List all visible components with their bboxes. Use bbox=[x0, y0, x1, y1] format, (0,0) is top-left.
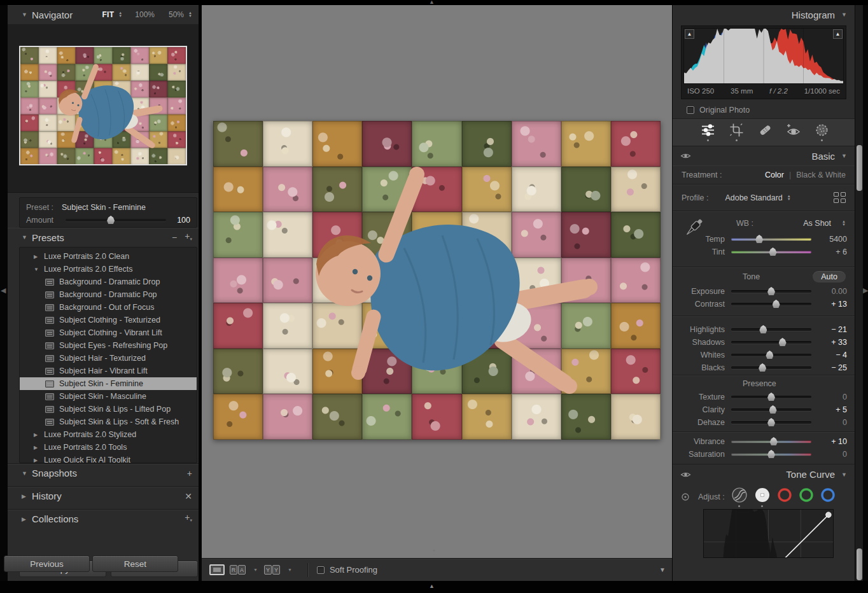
toolbar-content-caret-icon[interactable]: ▼ bbox=[659, 566, 666, 573]
show-bottom-panel-caret[interactable]: ▲ bbox=[429, 583, 435, 589]
green-channel-icon[interactable] bbox=[799, 487, 814, 506]
whites-slider-thumb[interactable] bbox=[766, 351, 773, 359]
tint-slider[interactable] bbox=[731, 251, 811, 253]
redeye-tool-icon[interactable] bbox=[786, 123, 801, 141]
saturation-slider[interactable] bbox=[731, 453, 811, 456]
clarity-slider[interactable] bbox=[731, 408, 811, 411]
preset-row[interactable]: Subject Skin - Masculine bbox=[20, 390, 197, 403]
shadows-slider-thumb[interactable] bbox=[779, 338, 787, 346]
vibrance-slider-thumb[interactable] bbox=[770, 437, 778, 445]
basic-header[interactable]: Basic ▼ bbox=[673, 146, 855, 165]
red-channel-icon[interactable] bbox=[777, 487, 792, 506]
contrast-slider-thumb[interactable] bbox=[773, 300, 780, 308]
preset-row[interactable]: Subject Skin & Lips - Soft & Fresh bbox=[20, 415, 197, 428]
folder-disclosure-icon[interactable]: ▶ bbox=[34, 457, 44, 463]
wb-spinner-icon[interactable]: ▲▼ bbox=[842, 220, 846, 227]
treatment-color-option[interactable]: Color bbox=[765, 171, 784, 179]
navigator-thumbnail[interactable] bbox=[19, 46, 187, 165]
navigator-zoom-50[interactable]: 50% bbox=[169, 10, 184, 19]
blacks-slider[interactable] bbox=[731, 366, 811, 369]
whites-slider[interactable] bbox=[731, 354, 811, 356]
preset-folder-row[interactable]: ▼Luxe Portraits 2.0 Effects bbox=[20, 263, 197, 276]
preset-row[interactable]: Subject Skin - Feminine bbox=[20, 377, 197, 390]
exposure-slider[interactable] bbox=[731, 290, 811, 293]
highlight-clipping-indicator[interactable]: ▲ bbox=[833, 29, 843, 39]
tone-curve-header[interactable]: Tone Curve ▼ bbox=[673, 464, 855, 484]
preset-row[interactable]: Background - Dramatic Drop bbox=[20, 276, 197, 288]
remove-preset-icon[interactable]: − bbox=[172, 233, 177, 242]
wb-value[interactable]: As Shot bbox=[803, 219, 831, 228]
dehaze-slider[interactable] bbox=[731, 421, 811, 424]
highlights-slider-thumb[interactable] bbox=[759, 325, 767, 333]
scrollbar-thumb[interactable] bbox=[857, 145, 862, 191]
heal-tool-icon[interactable] bbox=[758, 123, 773, 141]
original-photo-checkbox[interactable] bbox=[687, 106, 694, 114]
temp-slider-thumb[interactable] bbox=[755, 235, 763, 243]
saturation-slider-thumb[interactable] bbox=[767, 450, 775, 458]
preset-row[interactable]: Subject Clothing - Vibrant Lift bbox=[20, 326, 197, 339]
preset-row[interactable]: Subject Clothing - Texturized bbox=[20, 314, 197, 326]
treatment-bw-option[interactable]: Black & White bbox=[796, 171, 846, 179]
preset-folder-row[interactable]: ▶Luxe Portraits 2.0 Tools bbox=[20, 441, 197, 454]
mask-tool-icon[interactable] bbox=[815, 123, 829, 141]
compare-view-caret-icon[interactable]: ▼ bbox=[253, 568, 258, 572]
add-collection-icon[interactable]: +▾ bbox=[185, 513, 192, 525]
navigator-zoom-100[interactable]: 100% bbox=[135, 10, 155, 19]
tone-curve-panel-switch-eye-icon[interactable] bbox=[680, 471, 691, 478]
preset-row[interactable]: Subject Hair - Texturized bbox=[20, 352, 197, 365]
vibrance-slider[interactable] bbox=[731, 440, 811, 443]
profile-value[interactable]: Adobe Standard bbox=[725, 193, 782, 202]
compare-view-icon[interactable]: R A bbox=[230, 565, 246, 575]
edit-tool-icon[interactable] bbox=[701, 123, 715, 141]
dehaze-slider-thumb[interactable] bbox=[767, 418, 775, 426]
presets-header[interactable]: ▼ Presets − +▾ bbox=[8, 228, 199, 247]
snapshots-header[interactable]: ▼ Snapshots + bbox=[8, 463, 199, 482]
parametric-curve-icon[interactable] bbox=[731, 487, 748, 507]
folder-disclosure-icon[interactable]: ▼ bbox=[34, 267, 44, 272]
profile-browser-icon[interactable] bbox=[834, 192, 846, 203]
history-header[interactable]: ▶ History ✕ bbox=[8, 486, 199, 505]
clear-history-icon[interactable]: ✕ bbox=[185, 492, 192, 501]
folder-disclosure-icon[interactable]: ▶ bbox=[34, 432, 44, 438]
right-panel-scrollbar[interactable] bbox=[855, 5, 863, 581]
point-curve-icon[interactable] bbox=[754, 487, 771, 507]
preset-row[interactable]: Background - Dramatic Pop bbox=[20, 288, 197, 301]
histogram-chart[interactable]: ▲ ▲ bbox=[683, 28, 844, 84]
collapse-right-panel-arrow[interactable]: ▶ bbox=[863, 286, 868, 295]
tone-curve-collapse-caret-icon[interactable]: ▼ bbox=[432, 548, 437, 553]
amount-slider-thumb[interactable] bbox=[107, 216, 115, 224]
preset-folder-row[interactable]: ▶Luxe Portraits 2.0 Clean bbox=[20, 250, 197, 263]
add-snapshot-icon[interactable]: + bbox=[187, 469, 192, 478]
histogram-header[interactable]: Histogram ▼ bbox=[673, 5, 855, 24]
wb-eyedropper-icon[interactable] bbox=[680, 216, 707, 242]
tone-curve-graph[interactable] bbox=[703, 509, 834, 558]
tint-slider-thumb[interactable] bbox=[769, 248, 777, 256]
before-after-view-icon[interactable]: Y Y bbox=[264, 565, 280, 575]
shadow-clipping-indicator[interactable]: ▲ bbox=[685, 29, 694, 39]
before-after-caret-icon[interactable]: ▼ bbox=[288, 568, 292, 572]
exposure-slider-thumb[interactable] bbox=[767, 287, 775, 295]
temp-slider[interactable] bbox=[731, 238, 811, 241]
clarity-slider-thumb[interactable] bbox=[769, 405, 777, 414]
fit-spinner-icon[interactable]: ▲▼ bbox=[118, 11, 122, 18]
folder-disclosure-icon[interactable]: ▶ bbox=[34, 254, 44, 260]
texture-slider-thumb[interactable] bbox=[767, 393, 775, 401]
collections-header[interactable]: ▶ Collections +▾ bbox=[8, 509, 199, 528]
preset-row[interactable]: Subject Skin & Lips - Lifted Pop bbox=[20, 403, 197, 415]
amount-slider[interactable] bbox=[66, 219, 166, 221]
reset-button[interactable]: Reset bbox=[92, 555, 178, 572]
profile-spinner-icon[interactable]: ▲▼ bbox=[787, 195, 791, 201]
texture-slider[interactable] bbox=[731, 396, 811, 398]
preset-folder-row[interactable]: ▶Luxe Quick Fix AI Toolkit bbox=[20, 454, 197, 463]
loupe-view-icon[interactable] bbox=[209, 564, 225, 575]
auto-tone-button[interactable]: Auto bbox=[813, 271, 846, 283]
blue-channel-icon[interactable] bbox=[820, 487, 836, 506]
zoom-spinner-icon[interactable]: ▲▼ bbox=[188, 11, 192, 18]
preset-row[interactable]: Subject Hair - Vibrant Lift bbox=[20, 365, 197, 377]
hide-top-panel-caret[interactable]: ▲ bbox=[429, 0, 435, 5]
target-adjustment-icon[interactable] bbox=[680, 492, 690, 502]
preset-row[interactable]: Subject Eyes - Refreshing Pop bbox=[20, 339, 197, 352]
navigator-header[interactable]: ▼ Navigator FIT ▲▼ 100% 50% ▲▼ bbox=[8, 5, 199, 24]
highlights-slider[interactable] bbox=[731, 328, 811, 331]
preset-folder-row[interactable]: ▶Luxe Portraits 2.0 Stylized bbox=[20, 428, 197, 441]
